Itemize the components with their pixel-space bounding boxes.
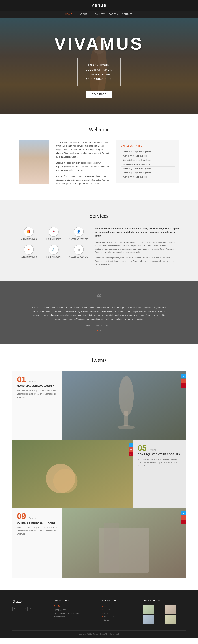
arrow-icon: ›: [121, 164, 121, 165]
testimonial-text: Pellentesque urna ex, ultrices a nunc at…: [31, 306, 167, 321]
main-nav: Home About Gallery Pages▾ Contact: [0, 10, 198, 18]
hero-cta-button[interactable]: READ MORE: [86, 91, 112, 98]
testimonial-dots: [31, 329, 167, 332]
services-icons: 🎁 NULLAM MAXIMUS 🍷 DONEC FEUGIAT 👤 MAECE…: [18, 227, 89, 268]
welcome-text: Lorem ipsum dolor sit amet, consectetur …: [56, 140, 110, 188]
nav-gallery[interactable]: Gallery: [95, 13, 105, 15]
social-pills-3: t g+ P: [181, 511, 186, 524]
anchor-icon: ⚓: [49, 245, 59, 254]
service-label: NULLAM MAXIMUS: [18, 256, 39, 258]
pinterest-share-button[interactable]: P: [181, 520, 186, 524]
footer-phone: +1234 567 891: [54, 609, 96, 612]
google-plus-share-button[interactable]: g+: [181, 379, 186, 383]
services-text: Lorem ipsum dolor sit amet, consectetur …: [95, 227, 180, 268]
service-label: NULLAM MAXIMUS: [18, 238, 39, 240]
footer-contact-title: CONTACT INFO: [54, 600, 96, 602]
facebook-icon[interactable]: f: [12, 607, 16, 611]
pinterest-share-button[interactable]: P: [181, 384, 186, 388]
rss-icon[interactable]: ☰: [23, 607, 27, 611]
recent-post-thumb-1[interactable]: [143, 604, 154, 614]
footer-nav-about[interactable]: About: [102, 604, 137, 608]
event-desc-2: Nunc non maximus augue, sit amet dictum …: [138, 458, 181, 467]
footer-inner: Venue f t ☰ vk CONTACT INFO Call Us +123…: [12, 600, 186, 624]
twitter-share-button[interactable]: t: [181, 511, 186, 515]
testimonial-section: ❝ Pellentesque urna ex, ultrices a nunc …: [0, 281, 198, 344]
footer-call-label: Call Us: [54, 604, 96, 608]
google-plus-share-button[interactable]: g+: [129, 447, 133, 452]
footer-address: My Company, 875 Jewel Road: [54, 612, 96, 616]
arrow-icon: ›: [121, 155, 121, 157]
event-card-3: 09 12 / 2016 ULTRICES HENDRERIT AMET Nun…: [12, 508, 62, 578]
footer-nav-contact[interactable]: Contact: [102, 618, 137, 622]
service-icon-item: ⚙ MAECENAS POSUERE: [69, 245, 89, 258]
footer-social-links: f t ☰ vk: [12, 607, 47, 611]
advantage-item: ›Vivamus finibus velit quis orci: [121, 175, 175, 179]
event-number: 05 12 / 2016: [138, 444, 181, 452]
nav-about[interactable]: About: [80, 13, 87, 15]
nav-pages-dropdown[interactable]: Pages▾: [109, 13, 118, 16]
nav-home[interactable]: Home: [65, 13, 72, 15]
hero-section: VIVAMUS LOREM IPSUM DOLOR SIT AMET, CONS…: [0, 18, 198, 114]
copyright-text: Copyright © 2017 Company Name All rights…: [79, 633, 119, 635]
social-pills-1: t g+ P: [181, 374, 186, 388]
hero-tagline-box: LOREM IPSUM DOLOR SIT AMET, CONSECTETUR …: [78, 58, 120, 86]
advantage-item: ›Donec et nibh massa viverra luctus: [121, 158, 175, 162]
testimonial-author: DIVIDE RULE - CEO: [31, 325, 167, 327]
quote-icon: ❝: [31, 293, 167, 302]
services-section: Services 🎁 NULLAM MAXIMUS 🍷 DONEC FEUGIA…: [0, 200, 198, 281]
welcome-para1: Lorem ipsum dolor sit amet, consectetur …: [56, 140, 110, 158]
event-title-1: NUNC MALESUADA LACINIA: [17, 385, 57, 388]
welcome-para2: Quisque molestie cursus mi et congue con…: [56, 161, 110, 172]
footer-brand-name: Venue: [12, 600, 47, 604]
dot-inactive[interactable]: [100, 330, 101, 331]
recent-post-thumb-2[interactable]: [165, 604, 176, 614]
site-title: Venue: [0, 3, 198, 8]
google-plus-share-button[interactable]: g+: [181, 516, 186, 520]
chevron-down-icon: ▾: [117, 14, 118, 15]
event-number: 01 12 / 2016: [17, 375, 57, 384]
service-icon-item: 🎁 NULLAM MAXIMUS: [18, 227, 39, 240]
advantages-title: OUR ADVANTAGES: [121, 145, 175, 147]
footer-contact-col: CONTACT INFO Call Us +1234 567 891 My Co…: [54, 600, 96, 624]
hero-line3: CONSECTETUR: [86, 72, 112, 77]
service-icon-item: 🍷 DONEC FEUGIAT: [44, 227, 64, 240]
advantage-item: ›Vivamus finibus velit quis orci: [121, 154, 175, 158]
nav-contact[interactable]: Contact: [122, 13, 133, 15]
arrow-icon: ›: [121, 172, 121, 174]
hero-line2: DOLOR SIT AMET,: [86, 68, 112, 72]
hero-line1: LOREM IPSUM: [86, 63, 112, 68]
event-row-2: t g+ P 05 12 / 2016 CONSEQUAT DICTUM SOD…: [12, 440, 186, 508]
footer-nav-shortcodes[interactable]: Short Codes: [102, 615, 137, 618]
recent-posts-grid: [143, 604, 186, 624]
footer-copyright: Copyright © 2017 Company Name All rights…: [12, 630, 186, 635]
event-image-2: t g+ P: [12, 440, 133, 508]
heart-icon: ♥: [24, 245, 34, 254]
icon-grid: 🎁 NULLAM MAXIMUS 🍷 DONEC FEUGIAT 👤 MAECE…: [18, 227, 89, 258]
arrow-icon: ›: [121, 151, 121, 153]
twitter-share-button[interactable]: t: [129, 442, 133, 447]
recent-post-thumb-3[interactable]: [143, 615, 154, 624]
vk-icon[interactable]: vk: [29, 607, 33, 611]
person-icon: 👤: [74, 227, 84, 237]
welcome-para3: Vivamus facilisis, ante in cursus ullamc…: [56, 174, 110, 185]
pinterest-share-button[interactable]: P: [129, 452, 133, 456]
event-img-svg2: [12, 440, 133, 508]
event-row-3: 09 12 / 2016 ULTRICES HENDRERIT AMET Nun…: [12, 508, 186, 578]
services-title: Services: [18, 212, 180, 219]
footer-nav-gallery[interactable]: Gallery: [102, 608, 137, 612]
event-img-svg3: [62, 508, 186, 578]
recent-post-thumb-4[interactable]: [165, 615, 176, 624]
dot-active[interactable]: [97, 330, 98, 331]
service-label: DONEC FEUGIAT: [44, 238, 64, 240]
svg-point-4: [119, 376, 134, 416]
twitter-icon[interactable]: t: [18, 607, 22, 611]
event-desc-3: Nunc non maximus augue, sit amet dictum …: [17, 526, 57, 536]
footer-nav-icons[interactable]: Icons: [102, 612, 137, 615]
services-body1: Pellentesque suscipit, ante et viverra m…: [95, 241, 180, 254]
event-image-3: t g+ P: [62, 508, 186, 578]
twitter-share-button[interactable]: t: [181, 374, 186, 378]
services-lead: Lorem ipsum dolor sit amet, consectetur …: [95, 227, 180, 238]
arrow-icon: ›: [121, 168, 121, 170]
site-footer: Venue f t ☰ vk CONTACT INFO Call Us +123…: [0, 590, 198, 638]
service-icon-item: ♥ NULLAM MAXIMUS: [18, 245, 39, 258]
